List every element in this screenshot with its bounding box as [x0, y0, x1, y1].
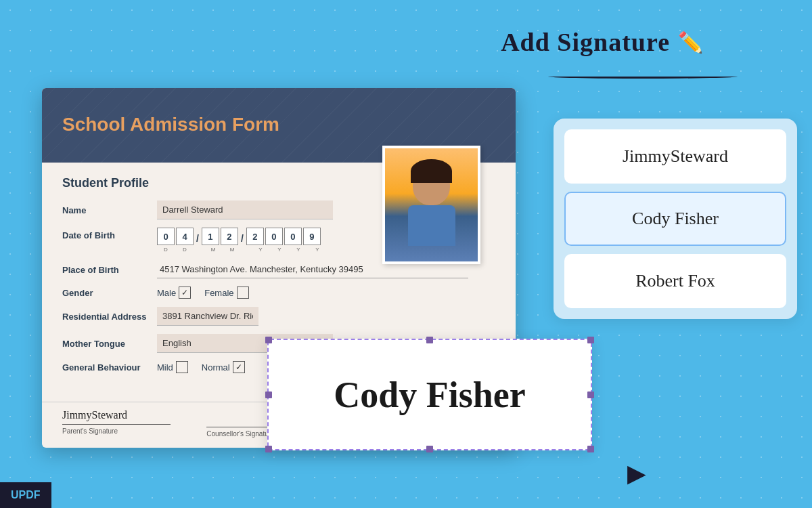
sig-option-cody[interactable]: Cody Fisher: [564, 192, 786, 246]
dob-sub-y4: Y: [309, 247, 326, 253]
gender-male-item: Male: [157, 287, 191, 299]
dob-sep1: /: [195, 233, 200, 245]
dob-sublabels: D D M M Y Y Y Y: [157, 247, 326, 253]
gender-group: Male Female: [157, 287, 249, 299]
dob-d2[interactable]: 4: [176, 228, 194, 245]
photo-person: [405, 165, 459, 253]
dob-label: Date of Birth: [62, 228, 157, 240]
dob-sub-m1: M: [204, 247, 222, 253]
sig-option-robert[interactable]: Robert Fox: [564, 254, 786, 308]
student-photo: [382, 146, 480, 264]
resize-handle-ml[interactable]: [265, 391, 272, 398]
photo-body: [408, 205, 455, 246]
dob-sub-d1: D: [157, 247, 175, 253]
add-signature-heading: Add Signature ✏️: [501, 27, 704, 57]
behaviour-normal-item: Normal: [202, 361, 245, 373]
add-signature-text: Add Signature: [501, 27, 670, 57]
mother-tongue-label: Mother Tongue: [62, 339, 157, 349]
parent-sig-line: [62, 424, 171, 425]
address-row: Residential Address: [62, 307, 495, 326]
dob-y3[interactable]: 0: [284, 228, 302, 245]
resize-handle-tl[interactable]: [265, 337, 272, 343]
gender-label: Gender: [62, 288, 157, 298]
name-input[interactable]: [157, 200, 333, 219]
resize-handle-tm[interactable]: [426, 337, 433, 343]
dob-sub-y1: Y: [252, 247, 269, 253]
signature-underline: [548, 75, 738, 79]
dob-y1[interactable]: 2: [246, 228, 264, 245]
gender-female-label: Female: [204, 288, 233, 298]
resize-handle-bl[interactable]: [265, 446, 272, 452]
dob-sub-d2: D: [176, 247, 194, 253]
resize-handle-tr[interactable]: [587, 337, 594, 343]
dob-sub-m2: M: [223, 247, 241, 253]
dob-y2[interactable]: 0: [265, 228, 283, 245]
gender-female-checkbox[interactable]: [237, 287, 249, 299]
signature-overlay[interactable]: Cody Fisher: [267, 339, 592, 450]
dob-y4[interactable]: 9: [303, 228, 321, 245]
parent-sig-block: JimmySteward Parent's Signature: [62, 409, 206, 438]
behaviour-mild-checkbox[interactable]: [176, 361, 188, 373]
behaviour-mild-item: Mild: [157, 361, 188, 373]
dob-m2[interactable]: 2: [221, 228, 238, 245]
sig-option-jimmy[interactable]: JimmySteward: [564, 129, 786, 184]
photo-face: [385, 148, 478, 261]
pencil-icon: ✏️: [678, 30, 704, 54]
floating-sig-text: Cody Fisher: [334, 374, 526, 416]
dob-wrapper: 0 4 / 1 2 / 2 0 0 9 D D M M: [157, 228, 326, 253]
gender-row: Gender Male Female: [62, 287, 495, 299]
updf-text: UPDF: [11, 489, 41, 501]
name-label: Name: [62, 205, 157, 215]
photo-head: [413, 165, 450, 205]
updf-badge: UPDF: [0, 482, 51, 508]
photo-hair: [411, 159, 452, 183]
dob-m1[interactable]: 1: [202, 228, 219, 245]
resize-handle-br[interactable]: [587, 446, 594, 452]
sig-option-cody-text: Cody Fisher: [632, 209, 719, 229]
gender-female-item: Female: [204, 287, 248, 299]
resize-handle-bm[interactable]: [426, 446, 433, 452]
dob-d1[interactable]: 0: [157, 228, 175, 245]
parent-sig-name: JimmySteward: [62, 409, 206, 421]
behaviour-mild-label: Mild: [157, 362, 173, 373]
pob-label: Place of Birth: [62, 265, 157, 275]
form-title: School Admission Form: [62, 107, 495, 135]
parent-sig-label: Parent's Signature: [62, 427, 206, 435]
dob-boxes: 0 4 / 1 2 / 2 0 0 9: [157, 228, 326, 245]
address-input[interactable]: [157, 307, 258, 326]
gender-male-label: Male: [157, 288, 176, 298]
dob-sub-y3: Y: [290, 247, 307, 253]
behaviour-normal-label: Normal: [202, 362, 230, 373]
cursor-arrow: ▶: [627, 459, 646, 488]
behaviour-group: Mild Normal: [157, 361, 245, 373]
sig-option-robert-text: Robert Fox: [635, 271, 715, 291]
behaviour-normal-checkbox[interactable]: [233, 361, 245, 373]
sig-option-jimmy-text: JimmySteward: [623, 146, 728, 167]
gender-male-checkbox[interactable]: [179, 287, 191, 299]
dob-sep2: /: [240, 233, 245, 245]
resize-handle-mr[interactable]: [587, 391, 594, 398]
behaviour-label: General Behaviour: [62, 362, 157, 373]
dob-sub-y2: Y: [271, 247, 288, 253]
address-label: Residential Address: [62, 312, 157, 322]
signature-panel: JimmySteward Cody Fisher Robert Fox: [554, 119, 797, 319]
